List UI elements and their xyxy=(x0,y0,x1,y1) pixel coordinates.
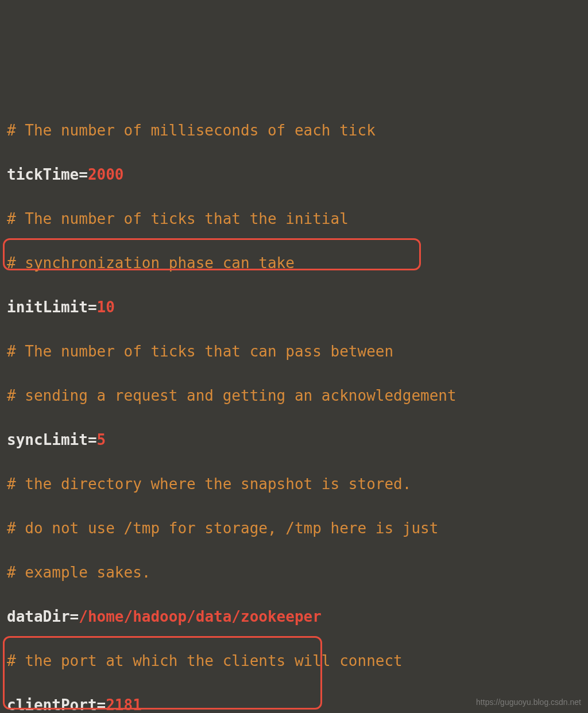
comment-line: # The number of milliseconds of each tic… xyxy=(7,122,376,139)
config-key-clientport: clientPort xyxy=(7,696,97,713)
config-key-datadir: dataDir xyxy=(7,608,70,625)
comment-line: # the port at which the clients will con… xyxy=(7,652,403,669)
watermark-text: https://guguoyu.blog.csdn.net xyxy=(476,696,581,708)
config-value-synclimit: 5 xyxy=(97,431,106,448)
config-value-ticktime: 2000 xyxy=(88,166,124,183)
config-key-ticktime: tickTime xyxy=(7,166,79,183)
comment-line: # do not use /tmp for storage, /tmp here… xyxy=(7,520,438,537)
comment-line: # The number of ticks that the initial xyxy=(7,210,349,227)
comment-line: # The number of ticks that can pass betw… xyxy=(7,343,393,360)
comment-line: # sending a request and getting an ackno… xyxy=(7,387,457,404)
config-key-synclimit: syncLimit xyxy=(7,431,88,448)
comment-line: # example sakes. xyxy=(7,564,150,581)
config-key-initlimit: initLimit xyxy=(7,299,88,316)
config-file-editor[interactable]: # The number of milliseconds of each tic… xyxy=(7,98,581,713)
comment-line: # synchronization phase can take xyxy=(7,254,295,272)
config-value-initlimit: 10 xyxy=(97,299,115,316)
comment-line: # the directory where the snapshot is st… xyxy=(7,475,411,493)
config-value-datadir: /home/hadoop/data/zookeeper xyxy=(79,608,322,625)
config-value-clientport: 2181 xyxy=(106,696,142,713)
